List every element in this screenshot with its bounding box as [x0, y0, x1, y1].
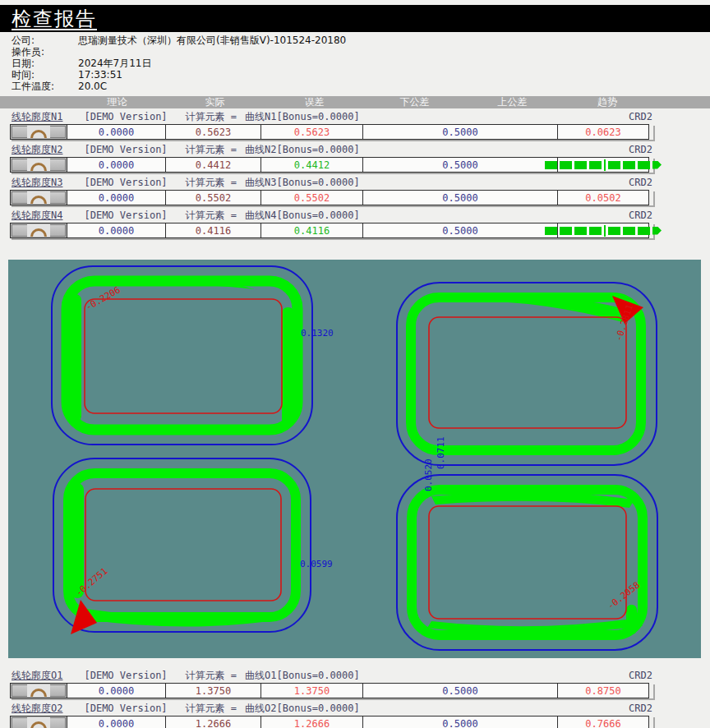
- measurement-block: 线轮廓度O2 [DEMO Version] 计算元素 = 曲线O2[Bonus=…: [0, 703, 710, 728]
- measurement-list-bottom: 线轮廓度O1 [DEMO Version] 计算元素 = 曲线O1[Bonus=…: [0, 670, 710, 728]
- measurement-header: 线轮廓度N1 [DEMO Version] 计算元素 = 曲线N1[Bonus=…: [0, 112, 710, 122]
- arc-icon: [27, 191, 50, 204]
- info-row-operator: 操作员:: [12, 46, 710, 58]
- tolerance-cell: 0.5000: [362, 124, 558, 140]
- demo-version-label: [DEMO Version]: [84, 177, 167, 188]
- profile-icon-button[interactable]: [12, 684, 66, 697]
- measurement-list-top: 线轮廓度N1 [DEMO Version] 计算元素 = 曲线N1[Bonus=…: [0, 112, 710, 238]
- measurement-header: 线轮廓度N2 [DEMO Version] 计算元素 = 曲线N2[Bonus=…: [0, 145, 710, 155]
- measurement-name-link[interactable]: 线轮廓度O1: [12, 670, 62, 681]
- measurement-header: 线轮廓度O1 [DEMO Version] 计算元素 = 曲线O1[Bonus=…: [0, 670, 710, 681]
- date-value: 2024年7月11日: [78, 58, 151, 69]
- crd-label: CRD2: [629, 145, 652, 155]
- column-lower-tolerance: 下公差: [366, 96, 463, 108]
- operator-label: 操作员:: [12, 46, 78, 58]
- crd-label: CRD2: [629, 177, 652, 188]
- deviation-thick-left: [71, 483, 84, 598]
- measurement-name-link[interactable]: 线轮廓度N2: [12, 145, 62, 155]
- crd-label: CRD2: [629, 670, 652, 681]
- crd-label: CRD2: [629, 112, 652, 122]
- profile-icon-cell: [10, 716, 67, 728]
- column-theoretical: 理论: [67, 96, 167, 108]
- crd-label: CRD2: [629, 703, 652, 714]
- demo-version-label: [DEMO Version]: [84, 112, 167, 122]
- profile-icon-button[interactable]: [12, 224, 66, 237]
- report-title-bar: 检查报告: [0, 5, 710, 32]
- report-title: 检查报告: [12, 6, 97, 32]
- profile-icon-button[interactable]: [12, 717, 66, 728]
- deviation-value-label: 0.0711: [436, 436, 446, 469]
- measurement-name-link[interactable]: 线轮廓度O2: [12, 703, 62, 714]
- profile-icon-cell: [10, 124, 67, 140]
- calc-element-label: 计算元素 =: [186, 210, 237, 221]
- calc-element-value: 曲线N4[Bonus=0.0000]: [245, 210, 360, 221]
- measurement-row: 0.0000 0.4412 0.4412 0.5000: [10, 157, 653, 173]
- company-label: 公司:: [12, 35, 78, 46]
- time-value: 17:33:51: [78, 69, 122, 81]
- measurement-name-link[interactable]: 线轮廓度N1: [12, 112, 62, 122]
- trend-cell: 0.8750: [557, 683, 649, 698]
- temperature-label: 工件温度:: [12, 81, 78, 92]
- tolerance-cell: 0.5000: [362, 190, 558, 205]
- deviation-value-label: 0.1320: [301, 328, 334, 339]
- measurement-name-link[interactable]: 线轮廓度N3: [12, 177, 62, 188]
- time-label: 时间:: [12, 69, 78, 81]
- trend-cell: [557, 223, 649, 238]
- info-row-temperature: 工件温度: 20.0C: [12, 81, 710, 92]
- trend-value: 0.8750: [585, 685, 620, 697]
- measurement-block: 线轮廓度N2 [DEMO Version] 计算元素 = 曲线N2[Bonus=…: [0, 145, 710, 173]
- tolerance-cell: 0.5000: [362, 683, 558, 698]
- column-spacer: [10, 96, 67, 108]
- profile-graphics-panel: -0.2206 0.1320 -0.2811 0.0711 -0.2751 0.…: [8, 260, 701, 658]
- column-actual: 实际: [167, 96, 263, 108]
- trend-cell: [557, 157, 649, 173]
- measurement-block: 线轮廓度N4 [DEMO Version] 计算元素 = 曲线N4[Bonus=…: [0, 210, 710, 238]
- error-cell: 1.3750: [260, 683, 363, 698]
- calc-element-value: 曲线O1[Bonus=0.0000]: [245, 670, 360, 681]
- theoretical-cell: 0.0000: [67, 190, 166, 205]
- calc-element-value: 曲线N1[Bonus=0.0000]: [245, 112, 360, 122]
- measurement-header: 线轮廓度O2 [DEMO Version] 计算元素 = 曲线O2[Bonus=…: [0, 703, 710, 714]
- trend-cell: 0.0623: [557, 124, 649, 140]
- profile-icon-cell: [10, 157, 67, 173]
- calc-element-label: 计算元素 =: [186, 145, 237, 155]
- actual-cell: 0.4412: [165, 157, 261, 173]
- trend-value: 0.7666: [585, 718, 620, 728]
- demo-version-label: [DEMO Version]: [84, 670, 167, 681]
- info-row-company: 公司: 思瑞测量技术（深圳）有限公司(非销售版V)-101524-20180: [12, 35, 710, 46]
- arc-icon: [27, 126, 50, 138]
- trend-bar: [545, 159, 662, 171]
- measurement-row: 0.0000 0.5502 0.5502 0.5000 0.0502: [10, 190, 653, 205]
- column-header-bar: 理论 实际 误差 下公差 上公差 趋势: [0, 96, 710, 108]
- calc-element-value: 曲线N2[Bonus=0.0000]: [245, 145, 360, 155]
- deviation-thick-right: [282, 307, 294, 426]
- company-value: 思瑞测量技术（深圳）有限公司(非销售版V)-101524-20180: [78, 35, 346, 46]
- arc-icon: [27, 717, 50, 728]
- column-error: 误差: [263, 96, 366, 108]
- deviation-thick-left: [69, 294, 81, 422]
- profile-icon-button[interactable]: [12, 191, 66, 204]
- profile-icon-button[interactable]: [12, 159, 66, 171]
- measurement-row: 0.0000 1.2666 1.2666 0.5000 0.7666: [10, 716, 653, 728]
- deviation-value-label: 0.0599: [300, 559, 333, 569]
- measurement-row: 0.0000 0.4116 0.4116 0.5000: [10, 223, 653, 238]
- deviation-value-label: 0.0520: [423, 458, 434, 491]
- calc-element-label: 计算元素 =: [186, 670, 237, 681]
- calc-element-label: 计算元素 =: [186, 177, 237, 188]
- measurement-block: 线轮廓度N3 [DEMO Version] 计算元素 = 曲线N3[Bonus=…: [0, 177, 710, 205]
- info-row-time: 时间: 17:33:51: [12, 69, 710, 81]
- tolerance-cell: 0.5000: [362, 157, 558, 173]
- tolerance-cell: 0.5000: [362, 716, 558, 728]
- calc-element-label: 计算元素 =: [186, 112, 237, 122]
- error-cell: 0.4412: [260, 157, 363, 173]
- theoretical-cell: 0.0000: [67, 223, 166, 238]
- theoretical-cell: 0.0000: [67, 683, 166, 698]
- profile-icon-cell: [10, 190, 67, 205]
- trend-cell: 0.0502: [557, 190, 649, 205]
- arc-icon: [27, 159, 50, 171]
- demo-version-label: [DEMO Version]: [84, 703, 167, 714]
- tolerance-cell: 0.5000: [362, 223, 558, 238]
- date-label: 日期:: [12, 58, 78, 69]
- measurement-name-link[interactable]: 线轮廓度N4: [12, 210, 62, 221]
- profile-icon-button[interactable]: [12, 126, 66, 138]
